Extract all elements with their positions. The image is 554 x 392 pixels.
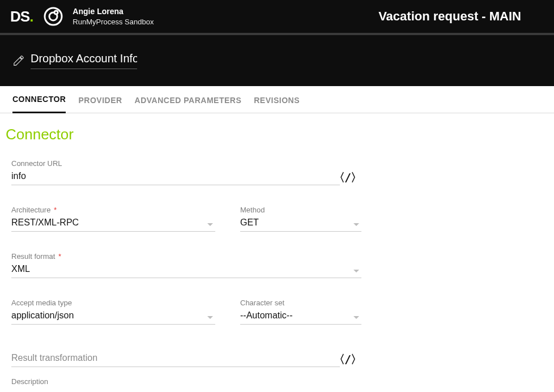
input-result-transformation[interactable]: Result transformation — [11, 345, 340, 367]
label-description: Description — [11, 377, 340, 386]
chevron-down-icon — [353, 223, 359, 226]
field-result-format: Result format * XML — [11, 252, 361, 278]
field-accept-media-type: Accept media type application/json — [11, 299, 215, 325]
code-icon[interactable]: 〈/〉 — [334, 170, 361, 185]
account-circle-icon[interactable] — [43, 6, 63, 27]
top-bar: DS. Angie Lorena RunMyProcess Sandbox Va… — [0, 0, 554, 35]
required-mark: * — [54, 206, 57, 214]
chevron-down-icon — [207, 316, 213, 319]
field-character-set: Character set --Automatic-- — [240, 299, 361, 325]
tab-provider[interactable]: PROVIDER — [78, 87, 122, 113]
field-architecture: Architecture * REST/XML-RPC — [11, 206, 215, 232]
code-icon[interactable]: 〈/〉 — [334, 352, 361, 367]
section-title: Connector — [6, 126, 548, 143]
label-result-format: Result format * — [11, 252, 361, 261]
entity-header: Dropbox Account Inform — [0, 35, 554, 86]
brand-logo: DS. — [10, 8, 33, 25]
svg-point-2 — [54, 11, 58, 14]
input-connector-url[interactable]: info — [11, 170, 340, 185]
tab-connector[interactable]: CONNECTOR — [12, 86, 66, 113]
field-result-transformation: Result transformation 〈/〉 — [11, 345, 340, 367]
user-block[interactable]: Angie Lorena RunMyProcess Sandbox — [73, 6, 154, 27]
select-character-set[interactable]: --Automatic-- — [240, 309, 361, 325]
chevron-down-icon — [353, 270, 359, 272]
label-connector-url: Connector URL — [11, 159, 340, 168]
select-accept-media-type[interactable]: application/json — [11, 309, 215, 325]
label-character-set: Character set — [240, 299, 361, 307]
tab-revisions[interactable]: REVISIONS — [254, 87, 300, 113]
label-architecture: Architecture * — [11, 206, 215, 214]
chevron-down-icon — [207, 223, 213, 226]
connector-form: Connector URL info 〈/〉 Architecture * RE… — [6, 159, 548, 388]
brand-dot: . — [29, 8, 33, 25]
brand-text: DS — [10, 8, 29, 25]
select-architecture[interactable]: REST/XML-RPC — [11, 216, 215, 232]
field-description: Description — [11, 377, 340, 388]
page-title: Vacation request - MAIN — [378, 9, 544, 24]
entity-name-input[interactable]: Dropbox Account Inform — [31, 52, 137, 69]
field-method: Method GET — [240, 206, 361, 232]
tab-bar: CONNECTOR PROVIDER ADVANCED PARAMETERS R… — [0, 86, 554, 113]
required-mark: * — [58, 252, 61, 261]
select-method[interactable]: GET — [240, 216, 361, 232]
tab-advanced-parameters[interactable]: ADVANCED PARAMETERS — [135, 87, 242, 113]
label-accept-media-type: Accept media type — [11, 299, 215, 307]
chevron-down-icon — [353, 316, 359, 319]
label-method: Method — [240, 206, 361, 214]
content-area: Connector Connector URL info 〈/〉 Archite… — [0, 113, 554, 388]
pencil-icon[interactable] — [12, 54, 25, 67]
field-connector-url: Connector URL info 〈/〉 — [11, 159, 340, 185]
user-name: Angie Lorena — [73, 6, 154, 17]
svg-point-0 — [45, 8, 62, 25]
user-subtitle: RunMyProcess Sandbox — [73, 17, 154, 27]
select-result-format[interactable]: XML — [11, 263, 361, 278]
